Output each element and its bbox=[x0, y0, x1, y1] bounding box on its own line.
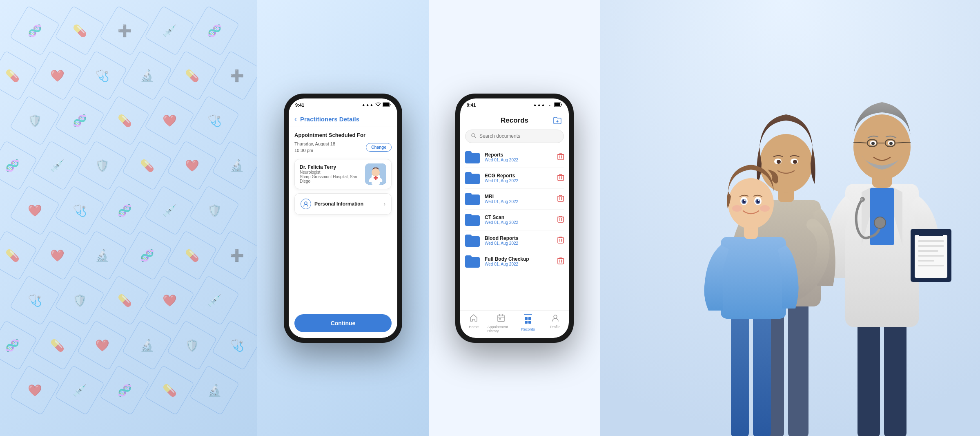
folder-icon bbox=[465, 214, 480, 226]
svg-rect-36 bbox=[918, 240, 944, 242]
personal-info-icon bbox=[301, 199, 311, 209]
appointment-history-nav-icon bbox=[497, 314, 505, 324]
folder-icon bbox=[465, 172, 480, 184]
record-item[interactable]: Full Body Checkup Wed 01, Aug 2022 bbox=[465, 251, 564, 272]
record-info: ECG Reports Wed 01, Aug 2022 bbox=[485, 173, 552, 183]
phone2-device: 9:41 ▲▲▲ Records bbox=[455, 94, 574, 343]
svg-rect-39 bbox=[918, 255, 944, 257]
record-date: Wed 01, Aug 2022 bbox=[485, 199, 552, 204]
home-nav-icon bbox=[470, 314, 478, 324]
folder-icon bbox=[465, 193, 480, 205]
svg-point-23 bbox=[554, 315, 557, 318]
svg-point-71 bbox=[758, 199, 760, 201]
svg-point-70 bbox=[744, 199, 746, 201]
search-bar[interactable] bbox=[465, 130, 564, 143]
svg-point-72 bbox=[732, 205, 742, 212]
record-name: Blood Reports bbox=[485, 235, 552, 241]
svg-rect-15 bbox=[558, 238, 564, 243]
record-info: Blood Reports Wed 01, Aug 2022 bbox=[485, 235, 552, 246]
phone2-time: 9:41 bbox=[467, 103, 476, 107]
phone1-container: 9:41 ▲▲▲ ‹ Practitioners Details bbox=[257, 0, 429, 436]
search-input[interactable] bbox=[479, 133, 558, 139]
record-info: MRI Wed 01, Aug 2022 bbox=[485, 194, 552, 204]
svg-point-56 bbox=[777, 160, 781, 164]
nav-item-appointment-history[interactable]: Appointment History bbox=[488, 314, 515, 333]
svg-rect-18 bbox=[499, 318, 501, 320]
phone1-body: Appointment Scheduled For Thursday, Augu… bbox=[289, 127, 397, 314]
doctor-family-scene bbox=[600, 0, 980, 436]
phone2-screen: 9:41 ▲▲▲ Records bbox=[460, 98, 569, 338]
record-item[interactable]: Reports Wed 01, Aug 2022 bbox=[465, 147, 564, 168]
appointment-date-text: Thursday, August 18 10:30 pm bbox=[294, 141, 335, 154]
svg-rect-60 bbox=[753, 302, 771, 436]
records-nav-label: Records bbox=[521, 327, 535, 331]
record-info: CT Scan Wed 01, Aug 2022 bbox=[485, 215, 552, 225]
delete-icon[interactable] bbox=[557, 215, 564, 224]
record-item[interactable]: MRI Wed 01, Aug 2022 bbox=[465, 189, 564, 210]
svg-rect-19 bbox=[525, 317, 528, 320]
svg-rect-9 bbox=[555, 103, 560, 106]
svg-rect-37 bbox=[918, 245, 944, 247]
folder-icon bbox=[465, 255, 480, 268]
svg-rect-21 bbox=[525, 321, 528, 324]
svg-rect-40 bbox=[918, 260, 934, 262]
home-nav-label: Home bbox=[469, 325, 479, 329]
record-name: CT Scan bbox=[485, 215, 552, 220]
delete-icon[interactable] bbox=[557, 174, 564, 182]
svg-point-63 bbox=[728, 178, 774, 229]
records-nav-icon bbox=[524, 316, 532, 326]
profile-nav-icon bbox=[551, 314, 559, 324]
phone2-status-bar: 9:41 ▲▲▲ bbox=[460, 98, 569, 112]
signal-icon: ▲▲▲ bbox=[533, 103, 545, 107]
phone2-header: Records bbox=[460, 112, 569, 130]
delete-icon[interactable] bbox=[557, 236, 564, 245]
phone1-status-bar: 9:41 ▲▲▲ bbox=[289, 98, 397, 112]
record-name: MRI bbox=[485, 194, 552, 199]
record-info: Full Body Checkup Wed 01, Aug 2022 bbox=[485, 256, 552, 266]
svg-point-7 bbox=[305, 202, 307, 204]
svg-rect-1 bbox=[383, 103, 389, 106]
wifi-icon bbox=[375, 103, 381, 107]
record-name: Reports bbox=[485, 152, 552, 158]
profile-nav-label: Profile bbox=[550, 325, 561, 329]
record-date: Wed 01, Aug 2022 bbox=[485, 179, 552, 183]
change-button[interactable]: Change bbox=[366, 143, 392, 152]
phone1-header: ‹ Practitioners Details bbox=[289, 112, 397, 127]
appointment-history-nav-label: Appointment History bbox=[488, 325, 515, 333]
record-item[interactable]: CT Scan Wed 01, Aug 2022 bbox=[465, 210, 564, 230]
search-icon bbox=[471, 133, 476, 139]
nav-item-profile[interactable]: Profile bbox=[542, 314, 569, 333]
svg-point-54 bbox=[760, 134, 813, 193]
svg-rect-51 bbox=[788, 286, 808, 436]
signal-icon: ▲▲▲ bbox=[361, 103, 374, 107]
add-folder-icon[interactable] bbox=[552, 115, 563, 126]
phone1-status-icons: ▲▲▲ bbox=[361, 102, 391, 108]
phone2-container: 9:41 ▲▲▲ Records bbox=[429, 0, 600, 436]
nav-item-home[interactable]: Home bbox=[460, 314, 488, 333]
appointment-date: Thursday, August 18 bbox=[294, 141, 335, 148]
record-item[interactable]: Blood Reports Wed 01, Aug 2022 bbox=[465, 230, 564, 251]
delete-icon[interactable] bbox=[557, 195, 564, 203]
svg-point-58 bbox=[793, 160, 797, 164]
back-icon[interactable]: ‹ bbox=[294, 115, 297, 123]
records-title: Records bbox=[501, 116, 528, 125]
nav-item-records[interactable]: Records bbox=[514, 314, 542, 333]
svg-rect-14 bbox=[558, 217, 564, 222]
svg-rect-12 bbox=[558, 175, 564, 181]
record-info: Reports Wed 01, Aug 2022 bbox=[485, 152, 552, 162]
svg-point-4 bbox=[372, 168, 380, 177]
battery-icon bbox=[554, 102, 562, 108]
record-date: Wed 01, Aug 2022 bbox=[485, 262, 552, 266]
personal-info-left: Personal Information bbox=[301, 199, 363, 209]
svg-point-73 bbox=[760, 205, 770, 212]
record-item[interactable]: ECG Reports Wed 01, Aug 2022 bbox=[465, 168, 564, 189]
svg-rect-22 bbox=[528, 321, 531, 324]
doctor-hospital: Sharp Grossmont Hospital, San Diego bbox=[300, 174, 361, 183]
delete-icon[interactable] bbox=[557, 153, 564, 161]
record-name: Full Body Checkup bbox=[485, 256, 552, 262]
appointment-date-row: Thursday, August 18 10:30 pm Change bbox=[294, 141, 392, 154]
personal-info-row[interactable]: Personal Information › bbox=[294, 193, 392, 215]
continue-button[interactable]: Continue bbox=[294, 314, 392, 332]
delete-icon[interactable] bbox=[557, 257, 564, 266]
doctor-name: Dr. Felicia Terry bbox=[300, 164, 361, 170]
